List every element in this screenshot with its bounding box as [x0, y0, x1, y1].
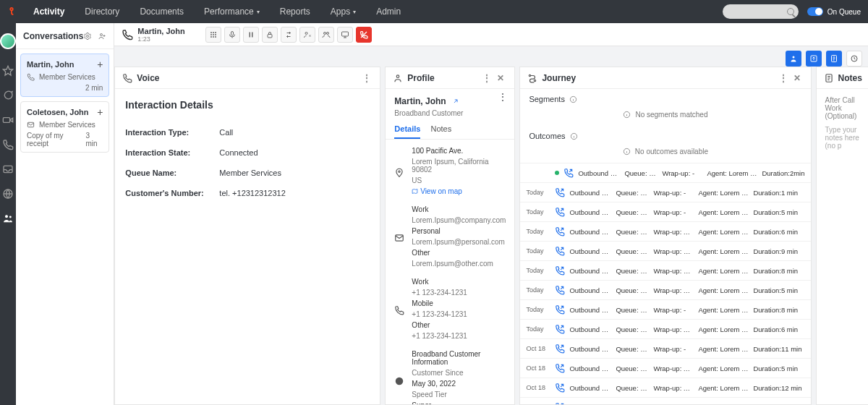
nav-tab-directory[interactable]: Directory — [75, 0, 129, 23]
conversation-card[interactable]: Martin, John + Member Services 2 min — [20, 54, 109, 97]
global-search[interactable] — [723, 4, 799, 19]
journey-when: Today — [526, 286, 550, 294]
conversation-card[interactable]: Coletosen, John + Member Services Copy o… — [20, 101, 109, 153]
journey-row[interactable]: Oct 18 Outbound call Queue: Lo… Wrap-up:… — [520, 378, 810, 397]
globe-icon[interactable] — [2, 188, 14, 200]
journey-when: Oct 18 — [526, 384, 550, 391]
profile-subtitle: Broadband Customer — [394, 109, 506, 117]
journey-queue: Queue: Lo… — [616, 404, 649, 405]
panel-notes-toggle[interactable] — [826, 51, 842, 67]
more-icon[interactable]: ⋮ — [779, 73, 789, 83]
close-icon[interactable]: ✕ — [497, 73, 507, 83]
mail-icon — [394, 205, 404, 270]
profile-tab-notes[interactable]: Notes — [430, 124, 451, 139]
open-external-icon[interactable] — [452, 98, 459, 105]
more-icon[interactable]: ⋮ — [482, 73, 493, 83]
journey-pane-title: Journey — [542, 73, 576, 83]
nav-tab-activity[interactable]: Activity — [23, 0, 75, 23]
mute-button[interactable] — [224, 27, 240, 43]
journey-wrapup: Wrap-up: - — [653, 345, 694, 353]
svg-point-10 — [210, 32, 212, 33]
screenshare-button[interactable] — [337, 27, 353, 43]
svg-point-35 — [529, 74, 531, 76]
close-icon[interactable]: ✕ — [793, 73, 804, 83]
nav-tab-documents[interactable]: Documents — [129, 0, 194, 23]
transfer-button[interactable] — [281, 27, 297, 43]
journey-row[interactable]: Today Outbound call Queue: Lo… Wrap-up: … — [520, 241, 810, 260]
panel-journey-toggle[interactable] — [806, 51, 822, 67]
detail-value: Member Services — [219, 169, 281, 177]
star-icon[interactable] — [2, 65, 14, 77]
journey-agent: Agent: Lorem Ipsum — [698, 306, 749, 314]
gear-icon[interactable] — [83, 32, 92, 40]
hold-button[interactable] — [243, 27, 259, 43]
journey-row[interactable]: Oct 18 Outbound call Queue: Lo… Wrap-up:… — [520, 358, 810, 378]
journey-type: Outbound call — [569, 208, 611, 216]
profile-tab-details[interactable]: Details — [394, 124, 420, 139]
nav-tab-apps[interactable]: Apps▾ — [320, 0, 366, 23]
journey-wrapup: Wrap-up: - — [653, 189, 694, 197]
interactions-icon[interactable] — [2, 213, 14, 224]
segments-empty: No segments matched — [635, 111, 707, 119]
add-icon[interactable]: + — [97, 59, 103, 70]
contact-value: Lorem.Ipsum@company.com — [412, 216, 506, 224]
info-icon — [623, 111, 631, 119]
journey-type: Outbound call — [569, 364, 611, 372]
journey-queue: Queue: Lo… — [616, 364, 649, 372]
journey-agent: Agent: Lorem Ipsum — [698, 267, 749, 275]
nav-tab-reports[interactable]: Reports — [270, 0, 320, 23]
call-bar: Martin, John 1:23 — [114, 23, 868, 46]
journey-queue: Queue: Lo… — [616, 345, 649, 353]
dialpad-button[interactable] — [205, 27, 221, 43]
hangup-button[interactable] — [356, 27, 372, 43]
conference-button[interactable] — [318, 27, 334, 43]
journey-row[interactable]: Oct 18 Outbound call Queue: Lo… Wrap-up:… — [520, 338, 810, 358]
journey-row[interactable]: Oct 16 Outbound call Queue: Lo… Wrap-up:… — [520, 397, 810, 404]
svg-point-7 — [87, 35, 89, 37]
journey-row[interactable]: Today Outbound call Queue: Lo… Wrap-up: … — [520, 319, 810, 338]
info-icon[interactable] — [570, 132, 578, 140]
journey-row[interactable]: Outbound call Queue: Lo… Wrap-up: - Agen… — [520, 163, 810, 182]
journey-row[interactable]: Today Outbound call Queue: Lo… Wrap-up: … — [520, 280, 810, 299]
video-icon[interactable] — [2, 114, 14, 126]
journey-row[interactable]: Today Outbound call Queue: Lo… Wrap-up: … — [520, 260, 810, 280]
info-icon[interactable] — [569, 95, 577, 103]
nav-tab-admin[interactable]: Admin — [366, 0, 411, 23]
voice-pane: Voice ⋮ Interaction Details Interaction … — [114, 67, 380, 405]
secure-button[interactable] — [262, 27, 278, 43]
user-avatar[interactable] — [0, 33, 16, 49]
svg-point-14 — [213, 34, 214, 35]
search-icon — [787, 8, 794, 15]
journey-row[interactable]: Today Outbound call Queue: Lo… Wrap-up: … — [520, 299, 810, 319]
svg-point-32 — [399, 171, 400, 172]
journey-row[interactable]: Today Outbound call Queue: Lo… Wrap-up: … — [520, 221, 810, 241]
view-on-map-link[interactable]: View on map — [412, 187, 506, 195]
more-icon[interactable]: ⋮ — [498, 92, 507, 102]
phone-icon[interactable] — [2, 139, 14, 150]
inbox-icon[interactable] — [2, 163, 14, 175]
svg-point-23 — [305, 32, 307, 34]
notes-textarea[interactable]: Type your notes here (no p — [825, 126, 861, 150]
conversation-queue: Member Services — [39, 121, 95, 129]
svg-point-5 — [5, 215, 8, 218]
panel-profile-toggle[interactable] — [786, 51, 801, 67]
consult-button[interactable] — [299, 27, 315, 43]
conversation-name: Coletosen, John — [27, 108, 103, 116]
since-label: Customer Since — [412, 369, 506, 377]
chat-icon[interactable] — [2, 90, 14, 101]
journey-duration: Duration:5 min — [753, 364, 804, 372]
journey-row[interactable]: Today Outbound call Queue: Lo… Wrap-up: … — [520, 202, 810, 221]
journey-row[interactable]: Today Outbound call Queue: Lo… Wrap-up: … — [520, 182, 810, 202]
more-icon[interactable]: ⋮ — [362, 73, 373, 83]
contact-value: +1 123-234-1231 — [412, 332, 506, 340]
nav-tab-performance[interactable]: Performance▾ — [194, 0, 270, 23]
journey-agent: Agent: Lorem Ipsum — [698, 364, 749, 372]
contact-label: Work — [412, 205, 506, 213]
journey-queue: Queue: Lo… — [624, 169, 658, 177]
add-person-icon[interactable] — [98, 32, 106, 40]
add-icon[interactable]: + — [97, 106, 103, 118]
panel-more-toggle[interactable] — [846, 51, 862, 67]
journey-queue: Queue: Lo… — [616, 189, 649, 197]
on-queue-toggle[interactable]: On Queue — [807, 7, 861, 16]
brand-logo[interactable] — [0, 0, 23, 23]
